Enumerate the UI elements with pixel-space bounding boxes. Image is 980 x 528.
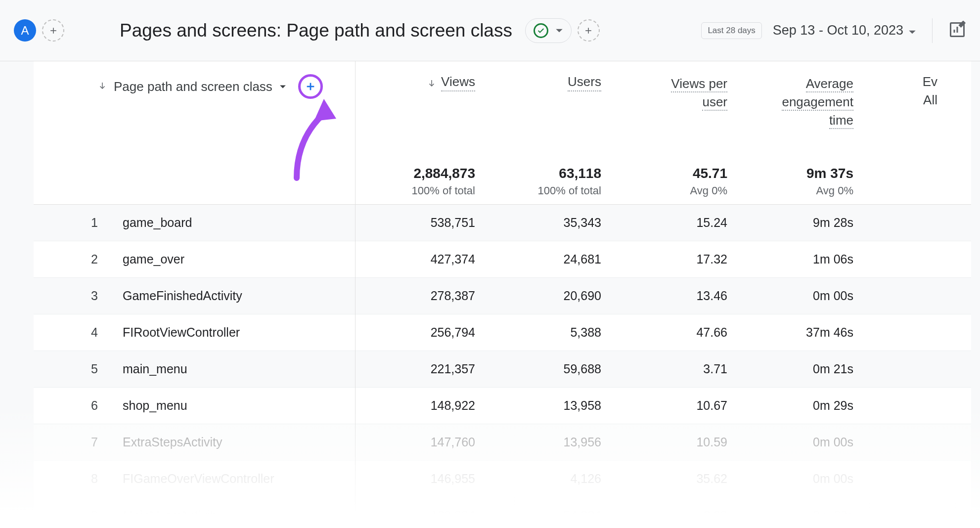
column-label: time xyxy=(829,113,853,129)
table-row[interactable]: 9MainMenuActivity120,33454,2042.220m 00s xyxy=(34,497,971,528)
row-vpu: 35.62 xyxy=(696,472,727,485)
report-table: Page path and screen class Views Users V… xyxy=(34,61,971,528)
row-aet: 0m 21s xyxy=(813,362,853,376)
table-row[interactable]: 8FIGameOverViewController146,9554,12635.… xyxy=(34,461,971,497)
column-label: Views per xyxy=(671,76,727,92)
column-label: user xyxy=(702,94,727,111)
row-vpu: 47.66 xyxy=(696,325,727,339)
row-views: 146,955 xyxy=(431,472,475,485)
plus-icon xyxy=(305,81,316,92)
svg-marker-10 xyxy=(280,86,286,88)
column-label: Average xyxy=(806,76,853,92)
table-row[interactable]: 3GameFinishedActivity278,38720,69013.460… xyxy=(34,278,971,314)
row-dimension-value[interactable]: FIGameOverViewController xyxy=(123,472,355,486)
row-views: 256,794 xyxy=(431,325,475,339)
table-row[interactable]: 6shop_menu148,92213,95810.670m 29s xyxy=(34,388,971,424)
table-body: 1game_board538,75135,34315.249m 28s2game… xyxy=(34,205,971,528)
column-label: Users xyxy=(568,74,601,91)
row-aet: 37m 46s xyxy=(806,325,853,339)
row-views: 221,357 xyxy=(431,362,475,376)
row-views: 147,760 xyxy=(431,435,475,449)
chevron-down-icon xyxy=(279,82,286,91)
row-views: 120,334 xyxy=(431,508,475,522)
row-aet: 1m 06s xyxy=(813,252,853,266)
total-views-sub: 100% of total xyxy=(355,184,475,197)
column-label: Views xyxy=(441,74,475,91)
total-views: 2,884,873 xyxy=(355,166,475,181)
table-row[interactable]: 7ExtraStepsActivity147,76013,95610.590m … xyxy=(34,424,971,461)
table-row[interactable]: 2game_over427,37424,68117.321m 06s xyxy=(34,241,971,278)
avatar[interactable]: A xyxy=(14,19,36,42)
plus-icon xyxy=(48,26,58,36)
customize-report-button[interactable] xyxy=(948,21,966,41)
column-header-views[interactable]: Views xyxy=(355,74,481,91)
chevron-down-icon xyxy=(908,23,916,38)
row-dimension-value[interactable]: game_over xyxy=(123,252,355,266)
total-users-sub: 100% of total xyxy=(481,184,601,197)
row-dimension-value[interactable]: FIRootViewController xyxy=(123,325,355,340)
column-divider xyxy=(355,61,356,528)
add-dimension-button[interactable] xyxy=(298,74,323,99)
row-vpu: 2.22 xyxy=(703,508,727,522)
total-aet-sub: Avg 0% xyxy=(733,184,853,197)
plus-icon xyxy=(583,26,593,36)
row-index: 3 xyxy=(34,289,123,303)
total-users: 63,118 xyxy=(481,166,601,181)
table-row[interactable]: 4FIRootViewController256,7945,38847.6637… xyxy=(34,314,971,351)
row-index: 2 xyxy=(34,252,123,266)
column-header-avg-engagement-time[interactable]: Average engagement time xyxy=(733,74,859,129)
row-users: 59,688 xyxy=(564,362,601,376)
column-label: engagement xyxy=(782,94,853,111)
column-header-users[interactable]: Users xyxy=(481,74,607,91)
row-dimension-value[interactable]: main_menu xyxy=(123,362,355,376)
row-aet: 0m 00s xyxy=(813,435,853,449)
table-row[interactable]: 5main_menu221,35759,6883.710m 21s xyxy=(34,351,971,388)
header-bar: A Pages and screens: Page path and scree… xyxy=(0,0,980,61)
date-range-text: Sep 13 - Oct 10, 2023 xyxy=(773,23,903,38)
row-index: 6 xyxy=(34,398,123,413)
add-comparison-button[interactable] xyxy=(42,19,64,42)
row-vpu: 17.32 xyxy=(696,252,727,266)
row-dimension-value[interactable]: game_board xyxy=(123,216,355,230)
row-aet: 0m 00s xyxy=(813,472,853,485)
total-vpu: 45.71 xyxy=(607,166,727,181)
page-title: Pages and screens: Page path and screen … xyxy=(120,20,512,41)
dimension-label: Page path and screen class xyxy=(114,79,272,94)
column-header-views-per-user[interactable]: Views per user xyxy=(607,74,733,111)
row-index: 4 xyxy=(34,325,123,340)
row-users: 24,681 xyxy=(564,252,601,266)
svg-marker-2 xyxy=(556,29,562,32)
row-users: 5,388 xyxy=(570,325,601,339)
dimension-header[interactable]: Page path and screen class xyxy=(34,74,355,99)
row-dimension-value[interactable]: shop_menu xyxy=(123,398,355,413)
column-header-event[interactable]: Ev All xyxy=(859,74,943,108)
date-range-picker[interactable]: Sep 13 - Oct 10, 2023 xyxy=(773,23,916,38)
row-users: 20,690 xyxy=(564,289,601,303)
status-pill[interactable] xyxy=(525,18,572,43)
column-label: Ev xyxy=(859,74,937,89)
row-vpu: 13.46 xyxy=(696,289,727,303)
row-aet: 0m 00s xyxy=(813,508,853,522)
arrow-down-icon xyxy=(427,79,436,88)
row-views: 427,374 xyxy=(431,252,475,266)
row-users: 13,958 xyxy=(564,398,601,412)
row-dimension-value[interactable]: GameFinishedActivity xyxy=(123,289,355,303)
row-aet: 0m 29s xyxy=(813,398,853,412)
row-index: 9 xyxy=(34,508,123,523)
row-dimension-value[interactable]: ExtraStepsActivity xyxy=(123,435,355,449)
row-vpu: 15.24 xyxy=(696,216,727,229)
table-row[interactable]: 1game_board538,75135,34315.249m 28s xyxy=(34,205,971,241)
date-range-chip: Last 28 days xyxy=(701,22,761,39)
row-aet: 9m 28s xyxy=(813,216,853,229)
table-header-row: Page path and screen class Views Users V… xyxy=(34,61,971,150)
row-views: 538,751 xyxy=(431,216,475,229)
row-users: 13,956 xyxy=(564,435,601,449)
row-index: 7 xyxy=(34,435,123,449)
row-users: 35,343 xyxy=(564,216,601,229)
add-segment-button[interactable] xyxy=(578,19,600,42)
row-index: 1 xyxy=(34,216,123,230)
total-aet: 9m 37s xyxy=(733,166,853,181)
column-label: All xyxy=(859,92,937,108)
svg-marker-5 xyxy=(909,31,915,34)
row-dimension-value[interactable]: MainMenuActivity xyxy=(123,508,355,523)
